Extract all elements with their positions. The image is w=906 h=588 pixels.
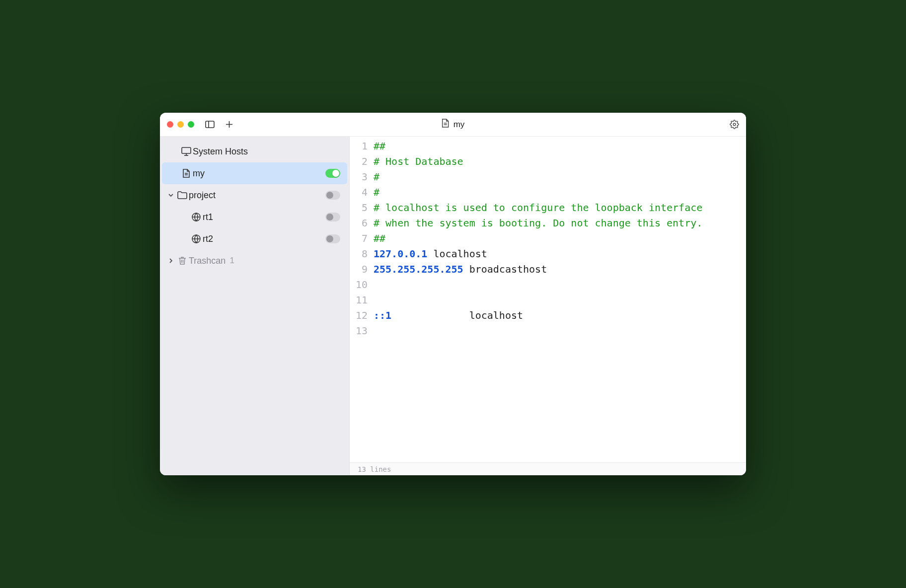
line-content[interactable]: # when the system is booting. Do not cha… xyxy=(374,216,746,231)
window-title: my xyxy=(453,120,465,130)
chevron-right-icon[interactable] xyxy=(166,258,176,264)
code-line[interactable]: 4# xyxy=(350,185,746,200)
line-number: 2 xyxy=(350,154,374,169)
sidebar-item-trashcan[interactable]: Trashcan 1 xyxy=(162,250,347,272)
line-number: 5 xyxy=(350,200,374,216)
line-content[interactable]: ## xyxy=(374,231,746,246)
svg-point-6 xyxy=(733,123,736,126)
sidebar-toggle-icon[interactable] xyxy=(205,121,215,128)
svg-rect-7 xyxy=(182,147,191,153)
line-content[interactable]: # xyxy=(374,185,746,200)
sidebar-item-label: my xyxy=(193,168,325,179)
code-line[interactable]: 5# localhost is used to configure the lo… xyxy=(350,200,746,216)
line-content[interactable]: # Host Database xyxy=(374,154,746,169)
line-content[interactable] xyxy=(374,293,746,308)
line-content[interactable] xyxy=(374,323,746,339)
add-button[interactable] xyxy=(226,121,233,128)
code-line[interactable]: 6# when the system is booting. Do not ch… xyxy=(350,216,746,231)
line-content[interactable]: 127.0.0.1 localhost xyxy=(374,246,746,262)
file-icon xyxy=(442,119,450,130)
globe-icon xyxy=(190,234,203,243)
line-number: 4 xyxy=(350,185,374,200)
sidebar-item-rt1[interactable]: rt1 xyxy=(162,206,347,228)
code-line[interactable]: 7## xyxy=(350,231,746,246)
line-number: 3 xyxy=(350,169,374,185)
trash-icon xyxy=(176,256,189,265)
code-line[interactable]: 9255.255.255.255 broadcasthost xyxy=(350,262,746,277)
line-content[interactable]: ## xyxy=(374,139,746,154)
sidebar-item-label: rt2 xyxy=(203,234,325,244)
line-content[interactable]: # localhost is used to configure the loo… xyxy=(374,200,746,216)
statusbar: 13 lines xyxy=(350,462,746,475)
svg-rect-0 xyxy=(206,121,214,128)
app-body: System Hosts my xyxy=(160,137,746,475)
code-line[interactable]: 2# Host Database xyxy=(350,154,746,169)
toggle-rt1[interactable] xyxy=(325,213,340,221)
line-number: 12 xyxy=(350,308,374,323)
code-line[interactable]: 1## xyxy=(350,139,746,154)
traffic-lights xyxy=(167,121,194,128)
sidebar-item-label: Trashcan xyxy=(189,256,226,266)
monitor-icon xyxy=(180,147,193,156)
fullscreen-window-button[interactable] xyxy=(188,121,194,128)
globe-icon xyxy=(190,213,203,221)
line-content[interactable] xyxy=(374,277,746,293)
settings-icon[interactable] xyxy=(730,120,739,129)
folder-icon xyxy=(176,191,189,199)
line-number: 1 xyxy=(350,139,374,154)
code-line[interactable]: 3# xyxy=(350,169,746,185)
code-line[interactable]: 8127.0.0.1 localhost xyxy=(350,246,746,262)
editor: 1##2# Host Database3#4#5# localhost is u… xyxy=(350,137,746,475)
sidebar-item-my[interactable]: my xyxy=(162,162,347,184)
close-window-button[interactable] xyxy=(167,121,173,128)
code-line[interactable]: 12::1 localhost xyxy=(350,308,746,323)
sidebar-item-label: project xyxy=(189,190,325,201)
sidebar-item-project[interactable]: project xyxy=(162,184,347,206)
line-content[interactable]: 255.255.255.255 broadcasthost xyxy=(374,262,746,277)
trashcan-count: 1 xyxy=(229,256,234,266)
sidebar: System Hosts my xyxy=(160,137,350,475)
code-line[interactable]: 13 xyxy=(350,323,746,339)
app-window: my System Hosts xyxy=(160,113,746,475)
code-line[interactable]: 11 xyxy=(350,293,746,308)
line-number: 9 xyxy=(350,262,374,277)
sidebar-item-system-hosts[interactable]: System Hosts xyxy=(162,141,347,162)
sidebar-item-label: rt1 xyxy=(203,212,325,222)
chevron-down-icon[interactable] xyxy=(166,192,176,198)
line-content[interactable]: # xyxy=(374,169,746,185)
toggle-rt2[interactable] xyxy=(325,234,340,243)
toggle-project[interactable] xyxy=(325,191,340,200)
line-number: 6 xyxy=(350,216,374,231)
sidebar-item-rt2[interactable]: rt2 xyxy=(162,228,347,250)
file-icon xyxy=(180,169,193,178)
code-area[interactable]: 1##2# Host Database3#4#5# localhost is u… xyxy=(350,137,746,462)
line-number: 11 xyxy=(350,293,374,308)
line-number: 8 xyxy=(350,246,374,262)
line-number: 7 xyxy=(350,231,374,246)
code-line[interactable]: 10 xyxy=(350,277,746,293)
sidebar-item-label: System Hosts xyxy=(193,147,340,157)
line-content[interactable]: ::1 localhost xyxy=(374,308,746,323)
toggle-my[interactable] xyxy=(325,169,340,178)
line-number: 10 xyxy=(350,277,374,293)
line-number: 13 xyxy=(350,323,374,339)
status-text: 13 lines xyxy=(358,465,391,473)
minimize-window-button[interactable] xyxy=(177,121,184,128)
titlebar: my xyxy=(160,113,746,137)
